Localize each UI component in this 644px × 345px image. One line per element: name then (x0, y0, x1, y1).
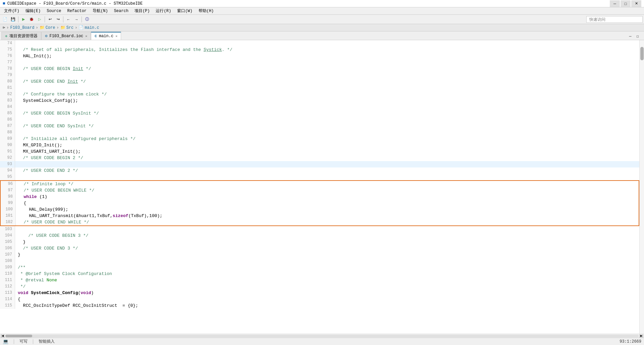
code-line-96: 96 /* Infinite loop */ (1, 181, 639, 187)
line-content-82: /* Configure the system clock */ (15, 91, 639, 97)
menu-run[interactable]: 运行(R) (153, 7, 174, 14)
breadcrumb-f103board[interactable]: F103_Board (10, 25, 34, 30)
minimize-view-button[interactable]: ─ (627, 32, 634, 40)
line-content-85: /* USER CODE BEGIN SysInit */ (15, 110, 639, 117)
code-line-87: 87 /* USER CODE END SysInit */ (0, 123, 639, 129)
tab-project-explorer[interactable]: ◈ 项目资源管理器 (1, 32, 41, 40)
line-content-78: /* USER CODE BEGIN Init */ (15, 66, 639, 72)
lines-container[interactable]: 74 75 /* Reset of all peripherals, Initi… (0, 40, 639, 334)
menu-edit[interactable]: 编辑(E) (23, 7, 44, 14)
line-content-89: /* Initialize all configured peripherals… (15, 136, 639, 142)
line-num-83: 83 (0, 97, 15, 104)
toolbar-sep-4 (82, 16, 82, 22)
build-button[interactable]: ▶ (20, 16, 27, 23)
redo-button[interactable]: ↪ (54, 16, 62, 23)
scroll-right-button[interactable]: ▶ (639, 334, 643, 338)
maximize-view-button[interactable]: □ (634, 32, 641, 40)
menu-search[interactable]: Search (111, 8, 131, 14)
line-num-77: 77 (0, 59, 15, 66)
code-line-102: 102 /* USER CODE END WHILE */ (1, 219, 639, 225)
line-content-77 (15, 59, 639, 66)
main-area: 74 75 /* Reset of all peripherals, Initi… (0, 40, 644, 338)
line-num-101: 101 (1, 213, 16, 219)
code-line-88: 88 (0, 129, 639, 136)
info-button[interactable]: ⓘ (83, 16, 91, 23)
right-scrollbar[interactable] (639, 40, 644, 334)
line-num-104: 104 (0, 232, 15, 239)
titlebar-left: ■ CUBEIDEspace - F103_Board/Core/Src/mai… (3, 1, 143, 6)
code-line-82: 82 /* Configure the system clock */ (0, 91, 639, 97)
line-content-87: /* USER CODE END SysInit */ (15, 123, 639, 129)
code-line-114: 114 { (0, 296, 639, 302)
tab-mainc-close[interactable]: ✕ (115, 34, 117, 38)
breadcrumb-core[interactable]: Core (46, 25, 55, 30)
tab-f103-ioc[interactable]: ⚙ F103_Board.ioc ✕ (41, 32, 91, 40)
line-content-75: /* Reset of all peripherals, Initializes… (15, 47, 639, 53)
new-button[interactable]: 📄 (1, 16, 9, 23)
tab-mainc[interactable]: C main.c ✕ (91, 32, 121, 40)
scroll-left-button[interactable]: ◀ (1, 334, 5, 338)
scroll-thumb[interactable] (640, 47, 644, 60)
line-content-115: RCC_OscInitTypeDef RCC_OscInitStruct = {… (15, 302, 639, 309)
debug-button[interactable]: 🐞 (28, 16, 35, 23)
code-line-115: 115 RCC_OscInitTypeDef RCC_OscInitStruct… (0, 302, 639, 309)
line-num-93: 93 (0, 161, 15, 167)
code-line-95: 95 (0, 174, 639, 180)
line-content-101: HAL_UART_Transmit(&huart1,TxBuf,sizeof(T… (16, 213, 639, 219)
project-explorer-icon: ◈ (5, 33, 7, 39)
breadcrumb-mainc[interactable]: main.c (85, 25, 99, 30)
breadcrumb-file-icon: 📄 (78, 25, 84, 30)
line-num-89: 89 (0, 136, 15, 142)
c-file-icon: C (95, 34, 97, 38)
line-content-102: /* USER CODE END WHILE */ (16, 219, 639, 225)
while-box: 96 /* Infinite loop */ 97 /* USER CODE B… (0, 180, 639, 226)
line-num-113: 113 (0, 290, 15, 296)
line-content-103 (15, 226, 639, 232)
code-line-74: 74 (0, 40, 639, 47)
titlebar-controls: ─ □ ✕ (610, 0, 641, 7)
line-content-81 (15, 85, 639, 91)
maximize-button[interactable]: □ (621, 0, 631, 7)
line-content-76: HAL_Init(); (15, 53, 639, 59)
next-button[interactable]: → (73, 16, 80, 23)
code-line-101: 101 HAL_UART_Transmit(&huart1,TxBuf,size… (1, 213, 639, 219)
menu-refactor[interactable]: Refactor (64, 8, 89, 14)
code-lines: 74 75 /* Reset of all peripherals, Initi… (0, 40, 639, 309)
code-line-76: 76 HAL_Init(); (0, 53, 639, 59)
tabbar: ◈ 项目资源管理器 ⚙ F103_Board.ioc ✕ C main.c ✕ … (0, 31, 644, 40)
line-content-86 (15, 117, 639, 123)
line-num-92: 92 (0, 155, 15, 161)
tab-f103-ioc-close[interactable]: ✕ (85, 34, 87, 38)
status-sep-2 (33, 339, 33, 344)
save-button[interactable]: 💾 (9, 16, 17, 23)
run-button[interactable]: ▷ (36, 16, 43, 23)
breadcrumb-src[interactable]: Src (66, 25, 74, 30)
line-content-104: /* USER CODE BEGIN 3 */ (15, 232, 639, 239)
close-button[interactable]: ✕ (631, 0, 641, 7)
line-num-99: 99 (1, 200, 16, 206)
undo-button[interactable]: ↩ (46, 16, 54, 23)
horizontal-scrollbar[interactable]: ◀ ▶ (0, 334, 644, 338)
menu-file[interactable]: 文件(F) (1, 7, 22, 14)
quick-access-input[interactable] (586, 16, 643, 23)
line-num-115: 115 (0, 302, 15, 309)
breadcrumb-home-icon: ⊳ (3, 25, 5, 30)
line-content-95 (15, 174, 639, 180)
menu-help[interactable]: 帮助(H) (196, 7, 217, 14)
minimize-button[interactable]: ─ (610, 0, 620, 7)
prev-button[interactable]: ← (65, 16, 72, 23)
h-scroll-thumb[interactable] (5, 335, 32, 337)
code-editor[interactable]: 74 75 /* Reset of all peripherals, Initi… (0, 40, 644, 338)
menu-navigate[interactable]: 导航(N) (90, 7, 111, 14)
line-num-80: 80 (0, 78, 15, 85)
menu-source[interactable]: Source (44, 8, 64, 14)
code-line-112: 112 */ (0, 283, 639, 290)
line-content-107: } (15, 252, 639, 258)
menu-project[interactable]: 项目(P) (132, 7, 153, 14)
menu-window[interactable]: 窗口(W) (174, 7, 195, 14)
line-content-84 (15, 104, 639, 110)
line-content-108 (15, 258, 639, 264)
code-line-110: 110 * @brief System Clock Configuration (0, 271, 639, 277)
statusbar: 💻 可写 智能插入 93:1:2669 (0, 338, 644, 345)
tab-f103-ioc-label: F103_Board.ioc (49, 34, 83, 39)
